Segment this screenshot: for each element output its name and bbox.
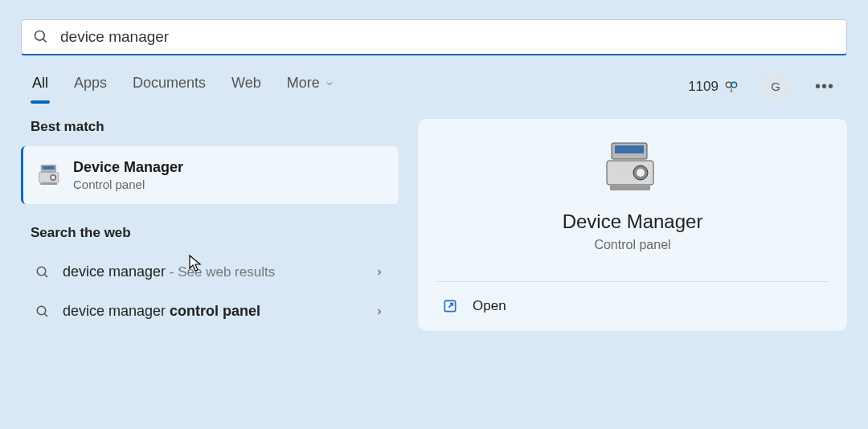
device-manager-icon	[38, 164, 62, 186]
detail-subtitle: Control panel	[594, 238, 670, 252]
chevron-down-icon	[325, 79, 334, 88]
svg-rect-16	[615, 145, 644, 153]
detail-pane: Device Manager Control panel Open	[418, 119, 847, 331]
svg-rect-10	[40, 183, 57, 186]
open-external-icon	[442, 298, 458, 314]
chevron-right-icon	[375, 307, 384, 317]
filter-tabs: All Apps Documents Web More 1109 G •••	[0, 55, 868, 103]
rewards-counter[interactable]: 1109	[688, 79, 739, 95]
svg-point-13	[37, 306, 46, 315]
best-match-item-device-manager[interactable]: Device Manager Control panel	[21, 146, 399, 204]
tab-documents[interactable]: Documents	[131, 70, 207, 103]
search-input[interactable]	[60, 28, 835, 46]
web-result-1-text: device manager - See web results	[63, 264, 362, 280]
tab-more[interactable]: More	[285, 70, 336, 103]
svg-point-0	[35, 31, 45, 41]
tab-web-label: Web	[231, 75, 261, 92]
tab-more-label: More	[287, 75, 320, 92]
svg-line-14	[44, 313, 47, 317]
web-result-1[interactable]: device manager - See web results	[21, 252, 399, 292]
results-area: Best match Device Manager Control panel …	[0, 103, 868, 331]
svg-rect-20	[610, 186, 650, 190]
search-icon	[35, 304, 50, 319]
tab-documents-label: Documents	[133, 75, 206, 92]
search-web-heading: Search the web	[31, 225, 399, 241]
web-result-2[interactable]: device manager control panel	[21, 292, 399, 331]
best-match-text: Device Manager Control panel	[73, 159, 183, 191]
svg-point-19	[637, 169, 645, 177]
tab-apps[interactable]: Apps	[72, 70, 108, 103]
avatar-initial: G	[771, 80, 780, 93]
detail-title: Device Manager	[563, 210, 703, 233]
svg-rect-6	[43, 166, 55, 170]
best-match-subtitle: Control panel	[73, 178, 183, 191]
results-left-column: Best match Device Manager Control panel …	[21, 119, 399, 331]
tab-web[interactable]: Web	[230, 70, 263, 103]
svg-point-11	[37, 267, 46, 276]
search-icon	[33, 29, 49, 45]
open-action[interactable]: Open	[437, 282, 828, 330]
tab-apps-label: Apps	[74, 75, 107, 92]
open-action-label: Open	[473, 298, 506, 314]
avatar[interactable]: G	[762, 73, 789, 100]
overflow-menu-button[interactable]: •••	[812, 77, 837, 96]
svg-line-12	[44, 274, 47, 277]
best-match-title: Device Manager	[73, 159, 183, 176]
device-manager-icon-large	[604, 141, 661, 193]
tab-all[interactable]: All	[31, 70, 50, 103]
svg-point-9	[51, 176, 55, 179]
tab-all-label: All	[32, 75, 48, 92]
svg-point-2	[726, 82, 731, 88]
search-bar[interactable]	[21, 19, 847, 55]
best-match-heading: Best match	[31, 119, 399, 135]
rewards-points: 1109	[688, 79, 719, 95]
search-icon	[35, 265, 50, 280]
web-result-2-text: device manager control panel	[63, 303, 362, 320]
rewards-icon	[723, 79, 739, 95]
chevron-right-icon	[375, 268, 384, 277]
svg-line-1	[43, 39, 47, 43]
svg-point-4	[733, 81, 735, 84]
